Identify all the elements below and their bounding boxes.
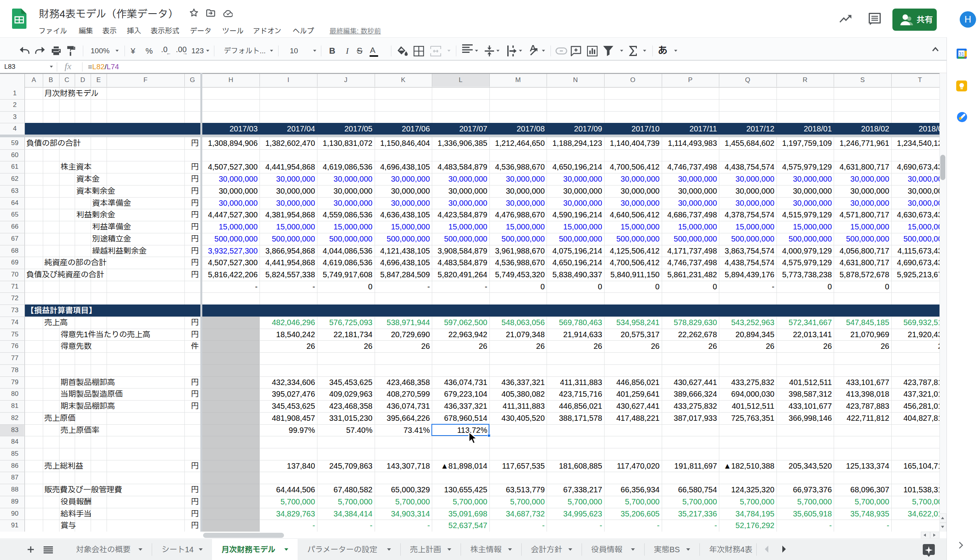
svg-text:31: 31	[959, 51, 964, 57]
